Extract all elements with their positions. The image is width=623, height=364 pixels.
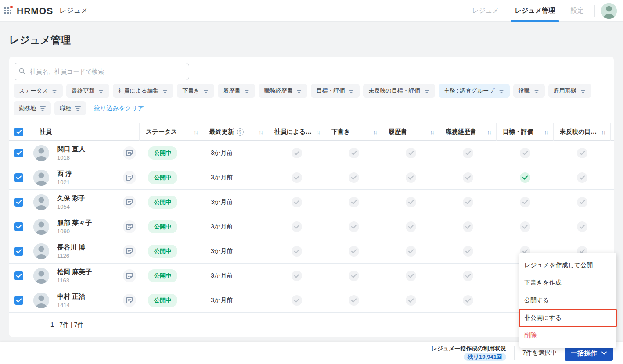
sort-icon[interactable]: ↑↓ xyxy=(427,129,434,136)
employee-code: 1163 xyxy=(57,277,92,284)
filter-chip[interactable]: 役職 xyxy=(513,84,545,98)
check-shokumu xyxy=(463,271,473,281)
filter-chips-row2: 勤務地 職種 xyxy=(14,101,609,115)
check-rirekisho xyxy=(406,148,416,158)
nav-item[interactable]: レジュメ管理 xyxy=(507,0,563,22)
bulk-menu-item[interactable]: レジュメを作成して公開 xyxy=(519,257,616,274)
usage-status: レジュメ一括作成の利用状況 残り19,941回 xyxy=(431,345,506,361)
filter-icon xyxy=(203,88,209,93)
status-badge: 公開中 xyxy=(148,171,177,184)
nav-item[interactable]: 設定 xyxy=(563,0,592,22)
bulk-menu-item[interactable]: 公開する xyxy=(519,292,616,309)
check-shokumu xyxy=(463,197,473,207)
row-checkbox[interactable] xyxy=(14,296,23,305)
status-badge: 公開中 xyxy=(148,269,177,282)
check-draft xyxy=(349,271,359,281)
filter-chip[interactable]: ステータス xyxy=(14,84,63,98)
filter-icon xyxy=(40,106,46,111)
employee-code: 1126 xyxy=(57,253,85,259)
memo-icon[interactable] xyxy=(123,269,136,282)
help-icon[interactable]: ? xyxy=(237,128,244,136)
filter-icon xyxy=(424,88,430,93)
sort-icon[interactable]: ↑↓ xyxy=(484,129,491,136)
check-draft xyxy=(349,221,359,232)
search-input[interactable] xyxy=(14,63,189,80)
filter-chip[interactable]: 職種 xyxy=(54,101,86,115)
filter-chip[interactable]: 未反映の目標・評価 xyxy=(363,84,435,98)
memo-icon[interactable] xyxy=(123,171,136,184)
bulk-menu-item[interactable]: 非公開にする xyxy=(519,309,616,327)
status-badge: 公開中 xyxy=(148,196,177,209)
select-all-checkbox[interactable] xyxy=(14,128,23,136)
row-checkbox[interactable] xyxy=(14,198,23,207)
memo-icon[interactable] xyxy=(123,294,136,307)
check-rirekisho xyxy=(406,172,416,183)
memo-icon[interactable] xyxy=(123,245,136,258)
row-checkbox[interactable] xyxy=(14,247,23,256)
table-row[interactable]: 服部 菜々子 1090 公開中 3か月前 xyxy=(9,214,614,239)
check-employee-edit xyxy=(292,172,302,183)
table-row[interactable]: 久保 彩子 1054 公開中 3か月前 xyxy=(9,190,614,214)
bulk-menu-item[interactable]: 削除 xyxy=(519,327,616,344)
nav-divider xyxy=(594,5,595,17)
employee-avatar xyxy=(33,194,49,210)
row-checkbox[interactable] xyxy=(14,149,23,157)
filter-chip[interactable]: 社員による編集 xyxy=(113,84,173,98)
filter-chip[interactable]: 雇用形態 xyxy=(548,84,591,98)
filter-chip[interactable]: 勤務地 xyxy=(14,101,51,115)
person-icon xyxy=(601,3,617,19)
chevron-down-icon xyxy=(601,351,607,355)
check-shokumu xyxy=(463,221,473,232)
row-checkbox[interactable] xyxy=(14,173,23,182)
filter-icon xyxy=(348,88,354,93)
last-updated: 3か月前 xyxy=(203,198,268,206)
employee-name: 長谷川 博 xyxy=(57,243,85,252)
sort-icon[interactable]: ↑↓ xyxy=(370,129,377,136)
employee-code: 1414 xyxy=(57,302,85,308)
filter-chip-label: 職種 xyxy=(60,104,71,112)
row-checkbox[interactable] xyxy=(14,271,23,280)
employee-avatar xyxy=(33,293,49,308)
row-checkbox[interactable] xyxy=(14,222,23,231)
status-badge: 公開中 xyxy=(148,294,177,307)
check-draft xyxy=(349,197,359,207)
search-box xyxy=(14,63,189,80)
col-employee: 社員 xyxy=(33,123,140,141)
person-icon xyxy=(33,219,49,235)
col-goals-eval: 目標・評価 ↑↓ xyxy=(497,123,554,141)
clear-filters-link[interactable]: 絞り込みをクリア xyxy=(94,104,144,112)
person-icon xyxy=(33,194,49,210)
check-shokumu xyxy=(463,295,473,306)
col-last-updated: 最終更新 ? ↑↓ xyxy=(203,123,268,141)
bulk-menu-item[interactable]: 下書きを作成 xyxy=(519,274,616,292)
sort-icon[interactable]: ↑↓ xyxy=(191,129,198,136)
filter-chip[interactable]: 主務 : 調査グループ xyxy=(439,84,510,98)
employee-code: 1054 xyxy=(57,203,85,210)
filter-chip[interactable]: 最終更新 xyxy=(66,84,109,98)
filter-chip[interactable]: 目標・評価 xyxy=(311,84,360,98)
check-draft xyxy=(349,172,359,183)
filter-chip-label: 未反映の目標・評価 xyxy=(368,87,420,95)
filter-chip[interactable]: 履歴書 xyxy=(218,84,255,98)
user-avatar[interactable] xyxy=(601,3,617,19)
check-goals xyxy=(520,197,530,207)
filter-chip[interactable]: 職務経歴書 xyxy=(259,84,307,98)
table-row[interactable]: 西 淳 1021 公開中 3か月前 xyxy=(9,165,614,190)
memo-icon[interactable] xyxy=(123,196,136,209)
employee-code: 1090 xyxy=(57,228,92,235)
sort-icon[interactable]: ↑↓ xyxy=(256,129,263,136)
top-bar: HRMOS レジュメ レジュメ レジュメ管理 設定 xyxy=(0,0,623,22)
hrmos-logo[interactable]: HRMOS レジュメ xyxy=(4,6,88,16)
sort-icon[interactable]: ↑↓ xyxy=(598,129,605,136)
nav-item[interactable]: レジュメ xyxy=(464,0,507,22)
filter-chip[interactable]: 下書き xyxy=(177,84,214,98)
employee-avatar xyxy=(33,219,49,235)
check-rirekisho xyxy=(406,197,416,207)
memo-icon[interactable] xyxy=(123,220,136,233)
memo-icon[interactable] xyxy=(123,146,136,160)
check-rirekisho xyxy=(406,221,416,232)
filter-chip-label: 履歴書 xyxy=(223,87,240,95)
table-row[interactable]: 関口 直人 1018 公開中 3か月前 xyxy=(9,141,614,165)
sort-icon[interactable]: ↑↓ xyxy=(541,129,548,136)
sort-icon[interactable]: ↑↓ xyxy=(313,129,320,136)
